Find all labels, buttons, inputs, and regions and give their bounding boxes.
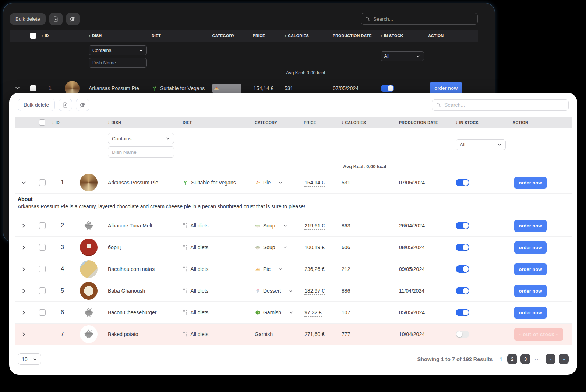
expand-row-icon[interactable]: [21, 332, 27, 337]
search-input[interactable]: [444, 102, 565, 108]
avg-kcal-label: Avg Kcal: 0,00 kcal: [285, 70, 333, 75]
bulk-delete-button[interactable]: Bulk delete: [18, 99, 55, 111]
expand-row-icon[interactable]: [21, 245, 27, 250]
select-all-checkbox[interactable]: [30, 33, 36, 39]
match-mode-select[interactable]: Contains: [108, 133, 174, 144]
in-stock-toggle[interactable]: [456, 287, 469, 294]
order-now-button[interactable]: order now: [514, 220, 547, 232]
about-text: Arkansas Possum Pie is a creamy, layered…: [18, 204, 569, 209]
order-now-button[interactable]: order now: [514, 241, 547, 254]
hide-columns-button[interactable]: [76, 99, 89, 111]
price-value[interactable]: 154,14 €: [304, 180, 342, 186]
page-button[interactable]: 3: [520, 354, 530, 364]
price-value[interactable]: 219,61 €: [304, 223, 342, 229]
category-value[interactable]: Pie: [263, 180, 271, 186]
row-checkbox[interactable]: [39, 244, 46, 251]
chevron-down-icon[interactable]: [289, 289, 293, 293]
row-checkbox[interactable]: [30, 85, 36, 91]
in-stock-toggle[interactable]: [456, 244, 469, 251]
export-file-button[interactable]: [49, 13, 63, 25]
expand-row-icon[interactable]: [21, 288, 27, 294]
last-page-button[interactable]: »: [559, 354, 569, 364]
row-id: 5: [52, 287, 73, 294]
export-file-button[interactable]: [59, 99, 72, 111]
stock-filter-select[interactable]: All: [381, 51, 424, 61]
row-checkbox[interactable]: [39, 222, 46, 229]
collapse-row-icon[interactable]: [15, 85, 20, 91]
column-header-id[interactable]: ↕ID: [41, 33, 59, 38]
bulk-delete-button[interactable]: Bulk delete: [10, 13, 46, 25]
in-stock-toggle[interactable]: [456, 331, 469, 338]
category-value[interactable]: Soup: [263, 223, 275, 229]
price-value[interactable]: 100,19 €: [304, 244, 342, 250]
expand-row-icon[interactable]: [21, 223, 27, 229]
column-header-id[interactable]: ↕ID: [52, 120, 73, 125]
category-value[interactable]: Soup: [263, 244, 275, 250]
row-checkbox[interactable]: [39, 287, 46, 294]
price-value[interactable]: 271,60 €: [304, 331, 342, 337]
category-value[interactable]: Garnish: [263, 310, 281, 315]
chevron-down-icon[interactable]: [278, 267, 283, 271]
in-stock-toggle[interactable]: [456, 309, 469, 316]
column-header-calories[interactable]: ↕CALORIES: [342, 120, 399, 125]
toggle-knob: [388, 85, 393, 91]
order-now-button[interactable]: order now: [514, 285, 547, 297]
category-value[interactable]: Dessert: [263, 288, 281, 294]
expand-row-icon[interactable]: [21, 266, 27, 272]
column-header-dish[interactable]: ↕DISH: [105, 120, 179, 125]
in-stock-toggle[interactable]: [456, 179, 469, 186]
table-row: 4Bacalhau com natasAll dietsPie236,26 €2…: [15, 258, 572, 280]
price-value[interactable]: 97,32 €: [304, 310, 342, 315]
column-header-in-stock[interactable]: ↕IN STOCK: [381, 33, 428, 38]
in-stock-toggle[interactable]: [456, 265, 469, 273]
table-row: 1Arkansas Possum PieSuitable for VegansP…: [15, 172, 572, 194]
hide-columns-button[interactable]: [66, 13, 80, 25]
avg-kcal-label: Avg Kcal: 0,00 kcal: [342, 164, 399, 169]
dish-name-filter-input[interactable]: [92, 60, 143, 66]
page-button-current[interactable]: 1: [499, 356, 502, 362]
price-value[interactable]: 182,97 €: [304, 288, 342, 294]
chevron-down-icon[interactable]: [278, 180, 283, 185]
dessert-icon: [255, 288, 261, 294]
chevron-down-icon[interactable]: [289, 310, 293, 315]
chevron-down-icon[interactable]: [283, 245, 287, 250]
order-now-button[interactable]: order now: [514, 263, 547, 275]
order-now-button[interactable]: order now: [514, 307, 547, 319]
production-date-value: 09/05/2024: [399, 266, 456, 272]
table-footer: 10 Showing 1 to 7 of 192 Results 1 2 3 ·…: [18, 353, 569, 365]
eye-off-icon: [69, 15, 76, 22]
in-stock-toggle[interactable]: [456, 222, 469, 229]
production-date-value: 07/05/2024: [333, 85, 381, 91]
dark-table-header: ↕ID ↕DISH DIET CATEGORY PRICE ↕CALORIES …: [10, 30, 478, 42]
dish-photo: [80, 239, 98, 256]
category-select[interactable]: [212, 84, 241, 93]
collapse-row-icon[interactable]: [21, 180, 27, 186]
column-header-in-stock[interactable]: ↕IN STOCK: [456, 120, 512, 125]
match-mode-select[interactable]: Contains: [89, 45, 147, 55]
seedling-icon: [183, 180, 188, 186]
category-cell: Dessert: [250, 288, 304, 294]
category-value[interactable]: Pie: [263, 266, 271, 272]
row-checkbox[interactable]: [39, 179, 46, 186]
row-checkbox[interactable]: [39, 309, 46, 316]
chevron-down-icon[interactable]: [283, 223, 287, 228]
select-all-checkbox[interactable]: [39, 119, 45, 126]
order-now-button[interactable]: order now: [514, 177, 547, 189]
column-header-dish[interactable]: ↕DISH: [86, 33, 148, 38]
price-value[interactable]: 154,14 €: [253, 85, 285, 91]
next-page-button[interactable]: ›: [546, 354, 555, 364]
row-checkbox[interactable]: [39, 266, 46, 272]
dish-name-filter-input[interactable]: [112, 149, 170, 155]
search-input[interactable]: [373, 16, 474, 22]
page-size-select[interactable]: 10: [18, 353, 41, 365]
pagination: Showing 1 to 7 of 192 Results 1 2 3 ··· …: [417, 354, 569, 364]
expand-row-icon[interactable]: [21, 310, 27, 315]
stock-filter-select[interactable]: All: [456, 139, 506, 150]
chevron-down-icon: [139, 48, 143, 53]
in-stock-toggle[interactable]: [381, 85, 394, 92]
price-value[interactable]: 236,26 €: [304, 266, 342, 272]
column-header-calories[interactable]: ↕CALORIES: [285, 33, 333, 38]
page-button[interactable]: 2: [507, 354, 517, 364]
row-id: 4: [52, 266, 73, 272]
chevron-down-icon: [416, 54, 420, 59]
